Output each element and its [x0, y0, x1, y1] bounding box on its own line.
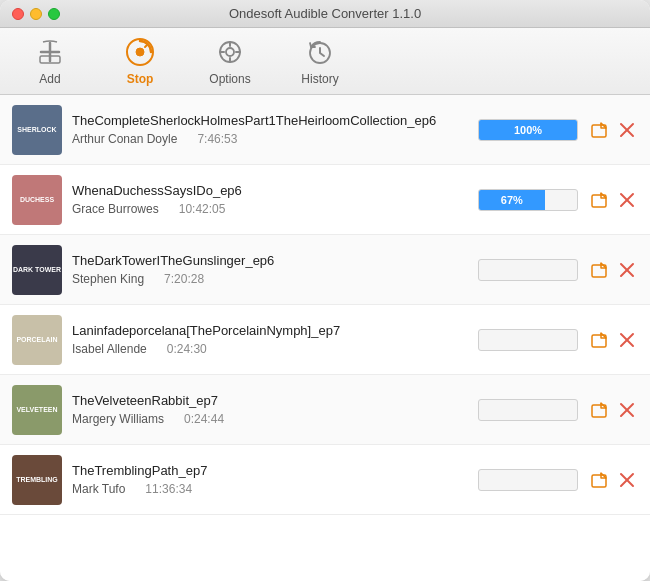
book-author: Stephen King	[72, 272, 144, 286]
progress-area	[478, 329, 578, 351]
book-title: TheCompleteSherlockHolmesPart1TheHeirloo…	[72, 113, 468, 128]
options-label: Options	[209, 72, 250, 86]
book-duration: 10:42:05	[179, 202, 226, 216]
minimize-button[interactable]	[30, 8, 42, 20]
item-actions	[588, 329, 638, 351]
options-icon	[214, 36, 246, 68]
close-button[interactable]	[12, 8, 24, 20]
open-file-button[interactable]	[588, 259, 610, 281]
toolbar: Add Stop	[0, 28, 650, 95]
book-title: WhenaDuchessSaysIDo_ep6	[72, 183, 468, 198]
book-list: SHERLOCKTheCompleteSherlockHolmesPart1Th…	[0, 95, 650, 581]
delete-button[interactable]	[616, 259, 638, 281]
progress-bar-fill: 100%	[479, 120, 577, 140]
book-meta: Mark Tufo11:36:34	[72, 482, 468, 496]
book-title: Laninfadeporcelana[ThePorcelainNymph]_ep…	[72, 323, 468, 338]
history-button[interactable]: History	[290, 36, 350, 86]
list-item: TREMBLINGTheTremblingPath_ep7Mark Tufo11…	[0, 445, 650, 515]
book-cover: DARK TOWER	[12, 245, 62, 295]
book-author: Isabel Allende	[72, 342, 147, 356]
book-duration: 7:20:28	[164, 272, 204, 286]
progress-bar-container: 67%	[478, 189, 578, 211]
book-author: Arthur Conan Doyle	[72, 132, 177, 146]
item-actions	[588, 469, 638, 491]
book-cover: VELVETEEN	[12, 385, 62, 435]
book-author: Mark Tufo	[72, 482, 125, 496]
book-info: TheDarkTowerITheGunslinger_ep6Stephen Ki…	[72, 253, 468, 286]
book-meta: Grace Burrowes10:42:05	[72, 202, 468, 216]
book-title: TheDarkTowerITheGunslinger_ep6	[72, 253, 468, 268]
traffic-lights	[12, 8, 60, 20]
stop-icon	[124, 36, 156, 68]
options-button[interactable]: Options	[200, 36, 260, 86]
book-cover: DUCHESS	[12, 175, 62, 225]
delete-button[interactable]	[616, 189, 638, 211]
book-duration: 0:24:30	[167, 342, 207, 356]
book-meta: Arthur Conan Doyle7:46:53	[72, 132, 468, 146]
open-file-button[interactable]	[588, 399, 610, 421]
list-item: DARK TOWERTheDarkTowerITheGunslinger_ep6…	[0, 235, 650, 305]
add-icon	[34, 36, 66, 68]
stop-button[interactable]: Stop	[110, 36, 170, 86]
open-file-button[interactable]	[588, 189, 610, 211]
book-meta: Stephen King7:20:28	[72, 272, 468, 286]
delete-button[interactable]	[616, 329, 638, 351]
progress-bar-container	[478, 259, 578, 281]
book-duration: 0:24:44	[184, 412, 224, 426]
book-meta: Margery Williams0:24:44	[72, 412, 468, 426]
book-author: Grace Burrowes	[72, 202, 159, 216]
add-button[interactable]: Add	[20, 36, 80, 86]
progress-bar-container: 100%	[478, 119, 578, 141]
list-item: VELVETEENTheVelveteenRabbit_ep7Margery W…	[0, 375, 650, 445]
history-label: History	[301, 72, 338, 86]
list-item: DUCHESSWhenaDuchessSaysIDo_ep6Grace Burr…	[0, 165, 650, 235]
main-window: Ondesoft Audible Converter 1.1.0 Add	[0, 0, 650, 581]
progress-area: 100%	[478, 119, 578, 141]
window-title: Ondesoft Audible Converter 1.1.0	[229, 6, 421, 21]
book-duration: 7:46:53	[197, 132, 237, 146]
progress-area	[478, 469, 578, 491]
open-file-button[interactable]	[588, 469, 610, 491]
book-info: TheVelveteenRabbit_ep7Margery Williams0:…	[72, 393, 468, 426]
item-actions	[588, 399, 638, 421]
book-author: Margery Williams	[72, 412, 164, 426]
delete-button[interactable]	[616, 469, 638, 491]
item-actions	[588, 259, 638, 281]
progress-area	[478, 399, 578, 421]
progress-area	[478, 259, 578, 281]
title-bar: Ondesoft Audible Converter 1.1.0	[0, 0, 650, 28]
maximize-button[interactable]	[48, 8, 60, 20]
svg-point-2	[136, 48, 144, 56]
book-info: WhenaDuchessSaysIDo_ep6Grace Burrowes10:…	[72, 183, 468, 216]
progress-area: 67%	[478, 189, 578, 211]
book-info: TheCompleteSherlockHolmesPart1TheHeirloo…	[72, 113, 468, 146]
stop-label: Stop	[127, 72, 154, 86]
progress-bar-fill: 67%	[479, 190, 545, 210]
svg-point-4	[226, 48, 234, 56]
book-title: TheTremblingPath_ep7	[72, 463, 468, 478]
book-duration: 11:36:34	[145, 482, 192, 496]
book-cover: PORCELAIN	[12, 315, 62, 365]
delete-button[interactable]	[616, 399, 638, 421]
delete-button[interactable]	[616, 119, 638, 141]
add-label: Add	[39, 72, 60, 86]
open-file-button[interactable]	[588, 119, 610, 141]
book-info: TheTremblingPath_ep7Mark Tufo11:36:34	[72, 463, 468, 496]
progress-bar-container	[478, 469, 578, 491]
book-cover: TREMBLING	[12, 455, 62, 505]
book-cover: SHERLOCK	[12, 105, 62, 155]
history-icon	[304, 36, 336, 68]
open-file-button[interactable]	[588, 329, 610, 351]
book-title: TheVelveteenRabbit_ep7	[72, 393, 468, 408]
list-item: PORCELAINLaninfadeporcelana[ThePorcelain…	[0, 305, 650, 375]
list-item: SHERLOCKTheCompleteSherlockHolmesPart1Th…	[0, 95, 650, 165]
progress-bar-container	[478, 399, 578, 421]
progress-bar-container	[478, 329, 578, 351]
book-info: Laninfadeporcelana[ThePorcelainNymph]_ep…	[72, 323, 468, 356]
item-actions	[588, 189, 638, 211]
item-actions	[588, 119, 638, 141]
book-meta: Isabel Allende0:24:30	[72, 342, 468, 356]
